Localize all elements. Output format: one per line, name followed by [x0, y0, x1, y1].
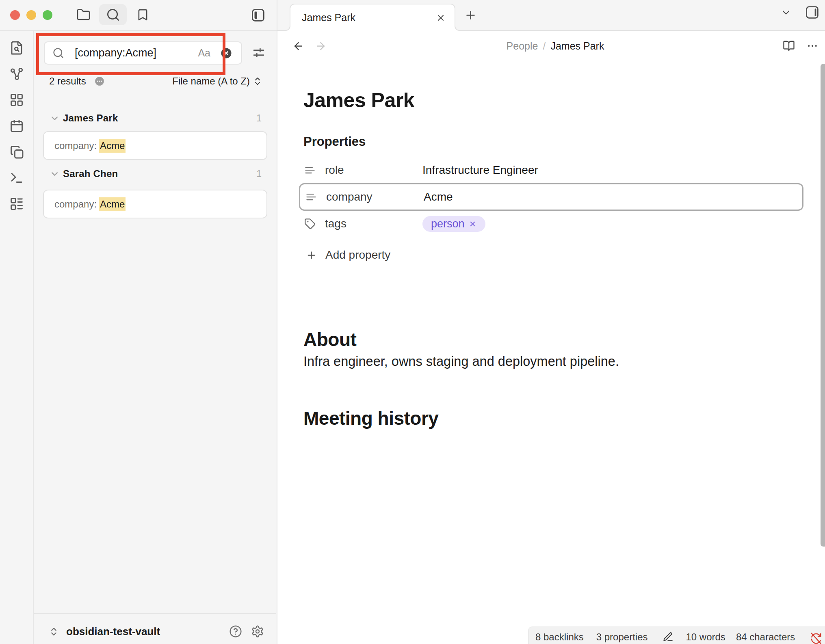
more-options-button[interactable] [806, 40, 819, 52]
clear-search-button[interactable] [220, 47, 232, 59]
status-characters[interactable]: 84 characters [736, 631, 795, 643]
ribbon-calendar-button[interactable] [9, 113, 24, 139]
match-highlight: Acme [99, 139, 126, 153]
tab-title: James Park [302, 12, 355, 24]
search-toolbar-button[interactable] [99, 4, 127, 25]
breadcrumb-parent[interactable]: People [507, 40, 538, 52]
main-area: James Park People / [277, 0, 825, 644]
match-highlight: Acme [99, 197, 126, 211]
view-header: People / James Park [277, 31, 825, 61]
chevrons-up-down-icon [49, 627, 59, 637]
property-row-tags[interactable]: tags person [303, 211, 799, 237]
status-properties[interactable]: 3 properties [596, 631, 648, 643]
window-minimize-button[interactable] [26, 10, 36, 20]
sync-disabled-icon[interactable] [810, 632, 822, 644]
layout-list-icon [9, 197, 24, 211]
properties-heading: Properties [303, 134, 799, 149]
ribbon [0, 31, 34, 644]
add-property-label: Add property [325, 249, 390, 261]
chevrons-up-down-icon [253, 76, 262, 86]
edit-mode-icon[interactable] [663, 631, 673, 642]
property-key[interactable]: role [325, 164, 422, 177]
stacked-tabs-button[interactable] [805, 5, 820, 20]
tab-james-park[interactable]: James Park [290, 4, 455, 31]
property-value[interactable]: Infrastructure Engineer [422, 164, 538, 177]
ribbon-graph-button[interactable] [9, 61, 24, 87]
remove-tag-icon[interactable] [469, 220, 476, 228]
window-close-button[interactable] [10, 10, 20, 20]
match-case-toggle[interactable]: Aa [198, 47, 210, 59]
bookmarks-button[interactable] [133, 4, 152, 25]
window-controls [10, 10, 52, 20]
note-content: James Park Properties role Infrastructur… [277, 61, 825, 644]
status-words[interactable]: 10 words [686, 631, 725, 643]
layout-dashboard-icon [9, 93, 24, 107]
window-zoom-button[interactable] [43, 10, 52, 20]
breadcrumb-current[interactable]: James Park [550, 40, 604, 52]
ribbon-search-file-button[interactable] [9, 35, 24, 61]
property-key[interactable]: tags [325, 217, 422, 230]
property-value[interactable]: Acme [424, 190, 453, 203]
calendar-icon [9, 119, 24, 133]
navigate-back-button[interactable] [292, 40, 304, 52]
search-settings-button[interactable] [250, 47, 267, 60]
property-row-company[interactable]: company Acme [299, 183, 803, 211]
search-match-item[interactable]: company: Acme [43, 190, 267, 218]
properties-table: role Infrastructure Engineer company Acm… [303, 157, 799, 237]
copy-icon [9, 145, 24, 159]
bookmark-icon [136, 8, 149, 22]
results-count: 2 results [49, 76, 86, 87]
plus-icon [306, 250, 317, 261]
left-sidebar: [company:Acme] Aa 2 results File name (A… [0, 0, 277, 644]
tags-icon [304, 218, 316, 229]
about-text: Infra engineer, owns staging and deploym… [303, 352, 799, 372]
scrollbar-thumb[interactable] [821, 64, 825, 547]
scrollbar-track [818, 61, 818, 627]
chevron-down-icon [50, 169, 60, 179]
tag-pill-person[interactable]: person [422, 216, 485, 232]
match-key: company: [54, 199, 97, 210]
sort-order-label: File name (A to Z) [172, 76, 250, 87]
ribbon-layout-list-button[interactable] [9, 191, 24, 217]
tab-list-dropdown-button[interactable] [780, 7, 792, 18]
property-key[interactable]: company [326, 190, 424, 203]
chevron-down-icon [50, 113, 60, 123]
add-property-button[interactable]: Add property [303, 242, 799, 268]
search-icon [106, 8, 120, 22]
result-group-title: Sarah Chen [63, 168, 118, 179]
tag-label: person [431, 218, 465, 230]
sort-order-button[interactable]: File name (A to Z) [172, 76, 262, 87]
search-info-icon[interactable] [94, 76, 105, 86]
tab-close-icon[interactable] [436, 13, 446, 23]
vault-switcher[interactable]: obsidian-test-vault [34, 613, 276, 644]
status-backlinks[interactable]: 8 backlinks [535, 631, 584, 643]
reading-mode-button[interactable] [783, 40, 795, 52]
result-group-sarah-chen[interactable]: Sarah Chen 1 [44, 163, 266, 184]
tab-bar: James Park [277, 0, 825, 31]
note-title: James Park [303, 88, 799, 112]
search-panel: [company:Acme] Aa 2 results File name (A… [34, 31, 276, 644]
property-row-role[interactable]: role Infrastructure Engineer [303, 157, 799, 183]
breadcrumb-separator: / [543, 40, 546, 52]
folder-icon [76, 8, 91, 22]
open-folder-button[interactable] [74, 4, 93, 25]
breadcrumb: People / James Park [507, 40, 604, 52]
search-input[interactable]: [company:Acme] Aa [44, 41, 242, 65]
help-button[interactable] [229, 625, 242, 638]
toggle-left-sidebar-button[interactable] [247, 4, 269, 26]
meeting-history-heading: Meeting history [303, 407, 799, 430]
result-group-count: 1 [256, 169, 262, 179]
navigate-forward-button[interactable] [315, 40, 327, 52]
result-group-count: 1 [256, 113, 262, 124]
search-query-text: [company:Acme] [75, 47, 198, 59]
ribbon-terminal-button[interactable] [9, 165, 24, 191]
ribbon-canvas-button[interactable] [9, 87, 24, 113]
vault-name: obsidian-test-vault [66, 625, 160, 638]
search-input-icon [52, 47, 64, 59]
ribbon-copy-button[interactable] [9, 139, 24, 165]
file-search-icon [9, 41, 24, 55]
new-tab-button[interactable] [464, 9, 477, 22]
result-group-james-park[interactable]: James Park 1 [44, 108, 266, 129]
settings-button[interactable] [251, 625, 264, 638]
search-match-item[interactable]: company: Acme [43, 131, 267, 160]
